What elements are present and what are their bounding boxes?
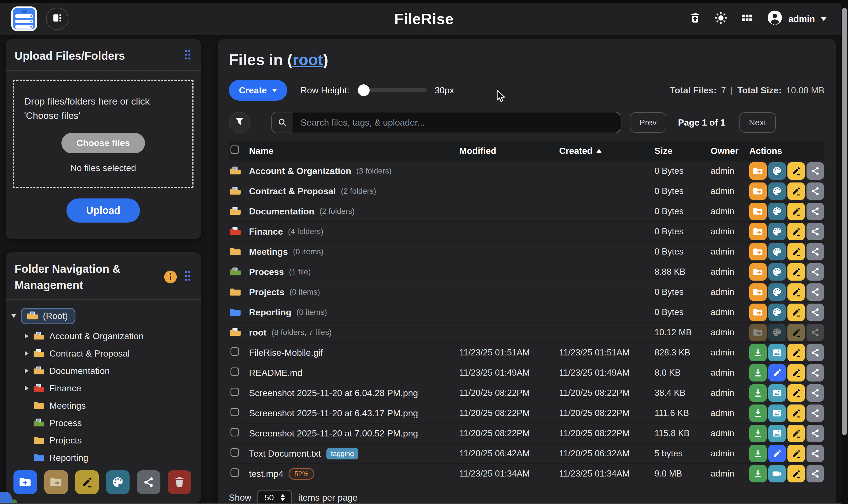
folder-row[interactable]: root(8 folders, 7 files)10.12 MBadmin [229,323,825,343]
row-checkbox[interactable] [230,448,239,457]
folder-row[interactable]: Contract & Proposal(2 folders)0 Bytesadm… [229,181,825,201]
file-name[interactable]: README.md [249,368,302,378]
share-button[interactable] [807,162,824,180]
user-menu[interactable]: admin [767,10,827,28]
file-row[interactable]: test.mp452%11/23/25 01:34AM11/23/25 01:3… [229,464,825,484]
row-checkbox[interactable] [230,428,239,436]
file-name[interactable]: Text Document.txt [249,449,321,459]
slider-thumb[interactable] [358,84,370,96]
folder-tree-item[interactable]: Account & Organization [11,327,196,345]
next-page-button[interactable]: Next [740,112,776,132]
selected-folder-pill[interactable]: (Root) [21,308,75,324]
share-button[interactable] [807,344,824,361]
delete-folder-button[interactable] [168,470,191,494]
folder-name[interactable]: Process [249,267,284,277]
rename-button[interactable] [788,203,805,220]
folder-row[interactable]: Meetings(0 items)0 Bytesadmin [229,242,825,262]
trash-restore-button[interactable] [689,12,701,26]
caret-right-icon[interactable] [25,334,29,339]
folder-name[interactable]: Meetings [249,247,288,257]
share-button[interactable] [807,182,824,200]
rename-button[interactable] [788,384,805,402]
row-checkbox[interactable] [230,468,239,477]
prev-page-button[interactable]: Prev [630,112,666,132]
create-button[interactable]: Create [229,80,287,101]
download-button[interactable] [749,364,767,381]
rename-button[interactable] [788,364,805,381]
file-row[interactable]: Screenshot 2025-11-20 at 7.00.52 PM.png1… [229,424,825,444]
move-folder-button[interactable] [44,470,68,494]
palette-button[interactable] [768,304,786,321]
preview-image-button[interactable] [768,344,786,361]
folder-tree-item[interactable]: Contract & Proposal [11,345,196,362]
share-folder-button[interactable] [137,470,160,494]
download-button[interactable] [749,425,767,442]
apps-grid-button[interactable] [741,12,753,26]
row-height-slider[interactable] [357,88,427,92]
folder-tree-item[interactable]: Meetings [11,397,196,414]
folder-tree-item[interactable]: (Root) [11,306,196,326]
search-input[interactable] [293,112,620,132]
drag-handle-icon[interactable] [183,49,192,63]
root-link[interactable]: root [293,51,323,68]
file-dropzone[interactable]: Drop files/folders here or click'Choose … [13,79,194,188]
palette-button[interactable] [768,182,786,200]
download-button[interactable] [749,384,767,402]
info-icon[interactable] [163,270,178,284]
open-folder-button[interactable] [749,203,767,220]
folder-row[interactable]: Finance(4 folders)0 Bytesadmin [229,222,825,242]
share-button[interactable] [807,445,824,462]
share-button[interactable] [807,425,824,442]
open-folder-button[interactable] [749,223,767,240]
folder-row[interactable]: Projects(0 items)0 Bytesadmin [229,282,825,303]
folder-row[interactable]: Documentation(2 folders)0 Bytesadmin [229,201,825,222]
folder-color-button[interactable] [106,470,129,494]
edit-text-button[interactable] [768,445,786,462]
preview-video-button[interactable] [768,465,786,482]
folder-tree-item[interactable]: Documentation [11,362,196,380]
open-folder-button[interactable] [749,243,767,260]
row-checkbox[interactable] [230,367,239,376]
rename-folder-button[interactable] [75,470,99,494]
palette-button[interactable] [768,263,786,281]
download-button[interactable] [749,465,767,482]
column-header-name[interactable]: Name [249,146,459,156]
share-button[interactable] [807,404,824,422]
share-button[interactable] [807,203,824,220]
share-button[interactable] [807,283,824,301]
rename-button[interactable] [788,344,805,361]
palette-button[interactable] [768,283,786,301]
rename-button[interactable] [788,283,805,301]
rename-button[interactable] [788,404,805,422]
open-folder-button[interactable] [749,283,767,301]
share-button[interactable] [807,465,824,482]
preview-image-button[interactable] [768,425,786,442]
rename-button[interactable] [788,445,805,462]
rename-button[interactable] [788,182,805,200]
palette-button[interactable] [768,162,786,180]
select-all-checkbox[interactable] [230,145,239,154]
rename-button[interactable] [788,465,805,482]
open-folder-button[interactable] [749,162,767,180]
folder-tree-item[interactable]: Reporting [11,449,196,466]
folder-tree-item[interactable]: Process [11,414,196,432]
folder-row[interactable]: Account & Organization(3 folders)0 Bytes… [229,161,825,181]
download-button[interactable] [749,344,767,361]
caret-right-icon[interactable] [25,386,29,391]
share-button[interactable] [807,263,824,281]
folder-name[interactable]: root [249,327,266,338]
folder-name[interactable]: Reporting [249,307,292,318]
share-button[interactable] [807,304,824,321]
choose-files-button[interactable]: Choose files [61,133,145,153]
open-folder-button[interactable] [749,182,767,200]
page-scrollbar[interactable] [841,0,848,504]
file-row[interactable]: FileRise-Mobile.gif11/23/25 01:51AM11/23… [229,343,825,363]
folder-row[interactable]: Process(1 file)8.88 KBadmin [229,262,825,282]
rename-button[interactable] [788,425,805,442]
row-checkbox[interactable] [230,388,239,396]
column-header-created[interactable]: Created [559,146,654,156]
share-button[interactable] [807,384,824,402]
rename-button[interactable] [788,223,805,240]
edit-text-button[interactable] [768,364,786,381]
items-per-page-select[interactable]: 50 [258,490,292,504]
